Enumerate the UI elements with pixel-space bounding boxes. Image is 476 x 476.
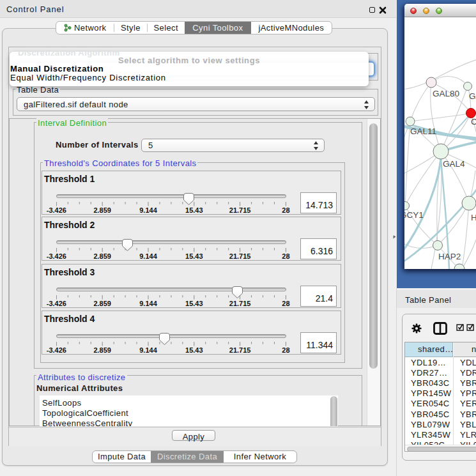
svg-text:HA: HA bbox=[471, 213, 476, 222]
svg-text:C: C bbox=[471, 117, 476, 127]
svg-text:GCY1: GCY1 bbox=[404, 210, 424, 220]
svg-text:GAL4: GAL4 bbox=[443, 159, 465, 169]
svg-text:GA: GA bbox=[469, 91, 476, 101]
svg-text:GAL80: GAL80 bbox=[433, 89, 459, 98]
svg-text:GAL11: GAL11 bbox=[410, 127, 436, 136]
svg-text:HAP2: HAP2 bbox=[438, 252, 461, 261]
